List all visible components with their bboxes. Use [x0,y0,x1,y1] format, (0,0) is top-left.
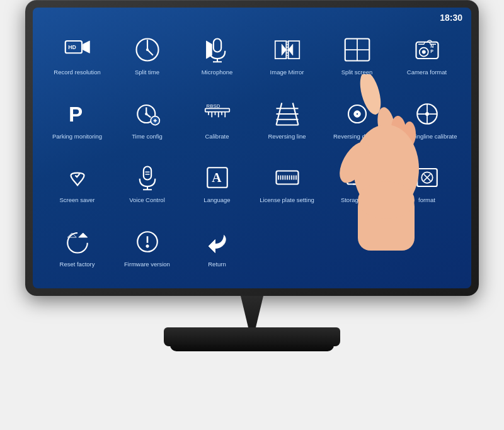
reversingline-calibrate-icon [412,99,442,129]
monitor-base [164,327,340,346]
menu-item-firmware-version[interactable]: Firmware version [112,215,182,280]
menu-item-screen-saver-label: Screen saver [60,196,95,203]
split-screen-icon [342,35,372,65]
camera-format-icon: N P [412,35,442,65]
language-icon: A [202,162,232,193]
svg-text:A: A [212,170,222,185]
empty-cell-1 [252,215,322,280]
microphone-icon [202,35,232,65]
svg-rect-7 [213,39,220,52]
menu-item-reversingline-calibrate[interactable]: Reversingline calibrate [392,88,462,152]
record-resolution-icon: HD [62,35,93,65]
menu-item-record-resolution-label: Record resolution [54,69,100,76]
menu-item-split-screen[interactable]: Split screen [322,23,392,88]
menu-item-reset-factory[interactable]: Reset factory [42,215,112,280]
svg-text:HD: HD [68,44,76,50]
menu-item-parking-monitoring[interactable]: P Parking monitoring [42,88,112,152]
format-icon [412,162,442,193]
menu-item-camera-format[interactable]: N P Camera format [392,23,462,88]
monitor-screen: 18:30 HD Record resolution Split time [33,8,471,288]
menu-item-format-label: format [418,196,435,203]
menu-item-license-plate[interactable]: License plate setting [252,151,322,215]
svg-point-80 [146,244,148,247]
menu-item-screen-saver[interactable]: Screen saver [42,151,112,215]
menu-item-voice-control-label: Voice Control [129,196,165,203]
svg-point-23 [422,50,425,54]
svg-rect-53 [143,167,151,180]
svg-text:RBSD: RBSD [206,103,220,108]
calibrate-icon: RBSD [202,99,232,129]
reset-factory-icon [62,227,93,257]
menu-item-storage-info[interactable]: Storage info [322,151,392,215]
menu-item-reset-factory-label: Reset factory [60,261,95,268]
menu-item-format[interactable]: format [392,151,462,215]
menu-item-reversing-line-label: Reversing line [268,133,306,140]
menu-item-return[interactable]: Return [182,215,252,280]
menu-item-split-screen-label: Split screen [341,69,373,76]
return-icon [202,227,232,257]
voice-control-icon [132,162,163,193]
svg-marker-2 [83,41,89,53]
menu-item-voice-control[interactable]: Voice Control [112,151,182,215]
menu-grid: HD Record resolution Split time Micropho… [33,8,471,288]
time-display: 18:30 [440,13,462,23]
monitor-neck [233,296,271,327]
svg-marker-71 [353,176,360,181]
reversing-display-icon [342,99,372,129]
svg-rect-32 [205,108,229,111]
reversing-line-icon [272,99,302,129]
screen-saver-icon [62,162,93,193]
svg-marker-15 [288,44,292,55]
menu-item-image-mirror[interactable]: Image Mirror [252,23,322,88]
svg-point-52 [425,112,428,115]
empty-cell-2 [322,215,392,280]
svg-point-48 [356,113,358,115]
menu-item-record-resolution[interactable]: HD Record resolution [42,23,112,88]
menu-item-split-time[interactable]: Split time [112,23,182,88]
menu-item-language-label: Language [203,196,230,203]
svg-text:P: P [430,49,433,54]
menu-item-parking-monitoring-label: Parking monitoring [52,133,102,140]
menu-item-firmware-version-label: Firmware version [124,261,170,268]
image-mirror-icon [272,35,302,65]
time-config-icon [132,99,163,129]
menu-item-split-time-label: Split time [135,69,159,76]
storage-info-icon [342,162,372,193]
menu-item-microphone[interactable]: Microphone [182,23,252,88]
menu-item-reversingline-calibrate-label: Reversingline calibrate [396,133,457,140]
firmware-version-icon [132,227,163,257]
menu-item-camera-format-label: Camera format [407,69,447,76]
license-plate-icon [272,162,302,193]
menu-item-return-label: Return [208,261,226,268]
svg-text:P: P [69,103,83,126]
monitor-wrapper: 18:30 HD Record resolution Split time [13,0,491,430]
menu-item-reversing-line[interactable]: Reversing line [252,88,322,152]
menu-item-reversing-display[interactable]: Reversing display [322,88,392,152]
svg-marker-12 [282,44,286,55]
menu-item-reversing-display-label: Reversing display [333,133,381,140]
menu-item-time-config[interactable]: Time config [112,88,182,152]
menu-item-license-plate-label: License plate setting [260,196,314,203]
parking-monitoring-icon: P [62,99,93,129]
svg-point-6 [146,48,149,51]
empty-cell-3 [392,215,462,280]
menu-item-calibrate-label: Calibrate [205,133,229,140]
menu-item-calibrate[interactable]: RBSD Calibrate [182,88,252,152]
menu-item-storage-info-label: Storage info [341,196,373,203]
monitor-bezel: 18:30 HD Record resolution Split time [25,0,479,296]
menu-item-image-mirror-label: Image Mirror [270,69,304,76]
split-time-icon [132,35,163,65]
menu-item-language[interactable]: A Language [182,151,252,215]
menu-item-time-config-label: Time config [132,133,163,140]
menu-item-microphone-label: Microphone [202,69,233,76]
svg-point-28 [145,113,147,115]
svg-marker-10 [206,41,212,59]
